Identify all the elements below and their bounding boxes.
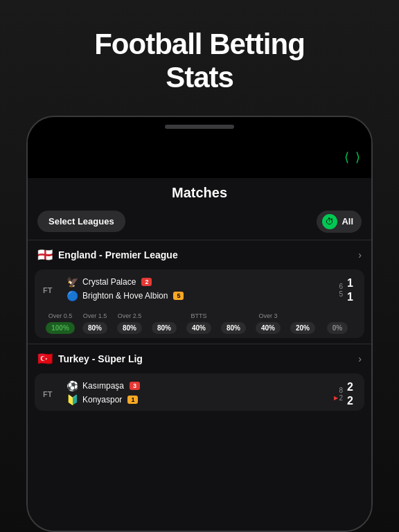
select-leagues-button[interactable]: Select Leagues [37,211,125,232]
team-row-kasimpasa: ⚽ Kasımpaşa 3 [66,380,322,391]
turkey-league-name: Turkey - Süper Lig [58,353,143,364]
stat-btts2-val: 80% [221,322,246,334]
notch-bar [165,125,234,129]
stat-over3-label: Over 3 [258,312,277,319]
stat-over25b: 80% [147,312,181,334]
brighton-badge: 5 [173,292,184,300]
stat-over15-val: 80% [82,322,107,334]
chevron-right-icon: › [358,249,362,260]
stat-over3b-label [302,312,304,319]
phone-screen: ⟨ ⟩ Matches Select Leagues ⏱ All 🏴󠁧󠁢󠁥󠁮󠁧󠁿… [28,136,371,531]
toggle-active-icon: ⏱ [322,214,337,229]
stat-over3c-val: 0% [327,322,348,334]
team-row-konyaspor: 🔰 Konyaspor 1 [66,394,322,405]
brighton-icon: 🔵 [66,290,78,301]
stat-over25b-val: 80% [152,322,177,334]
stat-over05-val: 100% [46,322,75,334]
stat-over15: Over 1.5 80% [78,312,112,334]
stat-over25a-val: 80% [117,322,142,334]
score-team1: 1 [347,276,353,290]
stat-btts: BTTS 40% [181,312,216,334]
stat-btts2-label [233,312,235,319]
stat-over3c: 0% [320,312,355,334]
filter-bar: Select Leagues ⏱ All [28,206,371,240]
kasimpasa-corner-stats: 8 ▶ 2 [329,387,343,402]
league-header-turkey[interactable]: 🇹🇷 Turkey - Süper Lig › [28,344,371,373]
turkey-flag: 🇹🇷 [37,351,53,366]
kasimpasa-badge: 3 [130,382,140,390]
clock-icon: ⏱ [326,217,334,227]
league-left: 🏴󠁧󠁢󠁥󠁮󠁧󠁿 England - Premier League [37,247,178,263]
brighton-name: Brighton & Hove Albion [82,291,168,301]
league-section-turkey: 🇹🇷 Turkey - Süper Lig › FT ⚽ Kasımpaşa 3 [28,344,371,416]
turkey-chevron-right-icon: › [358,353,362,364]
kasimpasa-arrow: ▶ [334,395,338,401]
kasimpasa-icon: ⚽ [66,380,78,391]
team-row-brighton: 🔵 Brighton & Hove Albion 5 [66,290,322,301]
england-flag: 🏴󠁧󠁢󠁥󠁮󠁧󠁿 [37,247,53,263]
turkey-league-left: 🇹🇷 Turkey - Süper Lig [37,351,143,366]
konyaspor-name: Konyaspor [82,395,122,405]
all-label: All [342,216,353,227]
phone-frame: ⟨ ⟩ Matches Select Leagues ⏱ All 🏴󠁧󠁢󠁥󠁮󠁧󠁿… [26,116,373,532]
stat-over3b: 20% [285,312,320,334]
stat-over25a: Over 2.5 80% [112,312,147,334]
kasimpasa-corners-team1: 8 [339,387,344,394]
app-title: Football Betting Stats [66,0,332,116]
corners-team1: 6 [339,283,344,290]
crystal-palace-icon: 🦅 [66,276,78,287]
phone-notch [28,117,371,136]
kasimpasa-match-status: FT [43,390,60,398]
stat-btts-label: BTTS [190,312,206,319]
match-card-crystal-palace: FT 🦅 Crystal Palace 2 🔵 Brighton & Hove … [35,269,364,338]
kasimpasa-match-main: FT ⚽ Kasımpaşa 3 🔰 Konyaspor 1 [43,380,356,408]
all-toggle[interactable]: ⏱ All [317,211,362,233]
league-section-england: 🏴󠁧󠁢󠁥󠁮󠁧󠁿 England - Premier League › FT 🦅 … [28,240,371,344]
kasimpasa-score-team1: 2 [347,380,353,393]
stat-over25b-label [163,312,166,319]
stat-over3b-val: 20% [290,322,315,334]
kasimpasa-score-team2: 2 [347,394,353,407]
match-main: FT 🦅 Crystal Palace 2 🔵 Brighton & Hove … [43,276,356,304]
match-card-kasimpasa: FT ⚽ Kasımpaşa 3 🔰 Konyaspor 1 [35,373,364,411]
konyaspor-icon: 🔰 [66,394,78,405]
corner-stats: 6 5 [329,283,343,298]
league-header-england[interactable]: 🏴󠁧󠁢󠁥󠁮󠁧󠁿 England - Premier League › [28,240,371,269]
match-status-ft: FT [43,286,60,294]
stat-over3-val: 40% [256,322,281,334]
kasimpasa-corners-team2: 2 [339,394,344,402]
stat-over3: Over 3 40% [251,312,285,334]
crystal-palace-badge: 2 [141,278,152,286]
stat-btts-val: 40% [186,322,211,334]
ad-banner: ⟨ ⟩ [28,136,371,178]
stats-row: Over 0.5 100% Over 1.5 80% Over 2.5 80% … [43,307,356,338]
crystal-palace-name: Crystal Palace [82,277,136,287]
stat-over15-label: Over 1.5 [83,312,107,319]
score-team2: 1 [347,290,353,303]
corners-team2: 5 [339,290,344,298]
stat-over05: Over 0.5 100% [43,312,78,334]
stat-over3c-label [337,312,339,319]
teams-col: 🦅 Crystal Palace 2 🔵 Brighton & Hove Alb… [60,276,329,304]
konyaspor-badge: 1 [127,396,138,404]
matches-title: Matches [172,185,227,200]
england-league-name: England - Premier League [58,249,178,260]
matches-section-header: Matches [28,178,371,206]
stat-over25a-label: Over 2.5 [118,312,142,319]
team-row-crystal-palace: 🦅 Crystal Palace 2 [66,276,322,287]
kasimpasa-teams-col: ⚽ Kasımpaşa 3 🔰 Konyaspor 1 [60,380,329,408]
stat-over05-label: Over 0.5 [48,312,73,319]
expand-icon: ⟨ ⟩ [344,150,362,165]
stat-btts2: 80% [216,312,251,334]
kasimpasa-name: Kasımpaşa [82,381,124,391]
